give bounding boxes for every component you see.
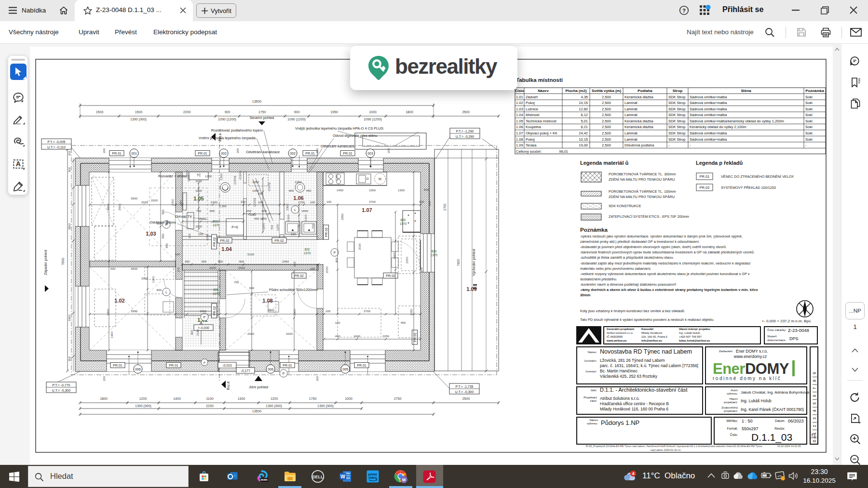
svg-text:2,500: 2,500 bbox=[602, 107, 611, 111]
svg-text:500: 500 bbox=[68, 167, 71, 172]
svg-text:POROBETONOVÁ TVÁRNICE TL. 100m: POROBETONOVÁ TVÁRNICE TL. 100mm bbox=[609, 189, 676, 194]
svg-text:2020: 2020 bbox=[286, 332, 293, 335]
svg-text:Celkový součet:: Celkový součet: bbox=[516, 149, 542, 154]
svg-text:2,500: 2,500 bbox=[602, 125, 611, 129]
svg-text:200: 200 bbox=[103, 376, 106, 381]
svg-text:PR.01: PR.01 bbox=[305, 152, 315, 155]
svg-text:Název:: Název: bbox=[588, 350, 597, 354]
svg-text:300: 300 bbox=[419, 200, 424, 203]
svg-text:900: 900 bbox=[225, 110, 231, 114]
svg-text:SDK Strop: SDK Strop bbox=[668, 95, 685, 99]
svg-text:002: 002 bbox=[290, 152, 296, 155]
svg-text:Sokl: Sokl bbox=[805, 119, 813, 123]
svg-text:06/2023: 06/2023 bbox=[788, 419, 804, 423]
svg-text:1000: 1000 bbox=[369, 110, 377, 114]
svg-text:800: 800 bbox=[210, 209, 215, 212]
svg-text:Ohřívač TV: Ohřívač TV bbox=[175, 215, 192, 218]
svg-text:500: 500 bbox=[424, 188, 429, 191]
svg-text:Poznámka: Poznámka bbox=[580, 227, 608, 233]
svg-text:P.T.= -1,290: P.T.= -1,290 bbox=[456, 130, 474, 133]
svg-text:2200: 2200 bbox=[335, 174, 338, 181]
svg-text:2290: 2290 bbox=[206, 404, 214, 408]
svg-text:1000: 1000 bbox=[369, 188, 376, 192]
svg-text:2020: 2020 bbox=[238, 266, 245, 269]
svg-text:ZDĚNÍ NA MALTU PRO TENKOU SPÁR: ZDĚNÍ NA MALTU PRO TENKOU SPÁRU bbox=[609, 177, 675, 182]
svg-text:IČ 06303555: IČ 06303555 bbox=[607, 335, 623, 338]
svg-text:Vnitřní jednotka tepelného čer: Vnitřní jednotka tepelného čerpadla bbox=[199, 136, 256, 140]
svg-text:2500: 2500 bbox=[462, 397, 470, 400]
svg-text:dokumentace:: dokumentace: bbox=[767, 338, 786, 342]
svg-text:1300: 1300 bbox=[398, 188, 405, 192]
svg-text:A: A bbox=[16, 160, 21, 168]
svg-text:1750: 1750 bbox=[309, 397, 317, 400]
svg-text:PR.02: PR.02 bbox=[386, 274, 395, 277]
svg-text:L: L bbox=[165, 290, 167, 294]
svg-text:Jižní pohled: Jižní pohled bbox=[249, 385, 268, 389]
svg-text:P: P bbox=[334, 251, 336, 254]
svg-text:Severní pohled: Severní pohled bbox=[250, 116, 274, 120]
svg-text:Koupelna: Koupelna bbox=[526, 125, 542, 129]
svg-text:Kancelář:: Kancelář: bbox=[641, 328, 654, 330]
svg-text:3150: 3150 bbox=[409, 309, 413, 316]
svg-text:paré:: paré: bbox=[814, 434, 816, 439]
svg-text:P.T.= -0,770: P.T.= -0,770 bbox=[52, 383, 70, 387]
svg-text:1970: 1970 bbox=[213, 224, 220, 227]
svg-text:*: * bbox=[414, 211, 416, 216]
svg-text:700: 700 bbox=[270, 224, 273, 230]
svg-text:2,300: 2,300 bbox=[219, 204, 227, 208]
svg-text:Číslo:: Číslo: bbox=[730, 433, 738, 436]
svg-text:Pokoj: Pokoj bbox=[526, 137, 535, 142]
svg-text:2900: 2900 bbox=[106, 309, 109, 316]
svg-text:006: 006 bbox=[268, 368, 273, 371]
svg-text:1200: 1200 bbox=[205, 234, 209, 240]
svg-text:2,500: 2,500 bbox=[602, 137, 611, 142]
svg-text:2100: 2100 bbox=[286, 214, 290, 221]
svg-text:003: 003 bbox=[367, 152, 373, 155]
svg-text:projektant:: projektant: bbox=[724, 400, 738, 404]
svg-text:2020: 2020 bbox=[151, 198, 158, 202]
svg-text:Půdorys 1.NP: Půdorys 1.NP bbox=[601, 419, 639, 426]
svg-text:550: 550 bbox=[161, 233, 164, 238]
svg-text:1.09: 1.09 bbox=[466, 286, 476, 292]
svg-text:PR.02: PR.02 bbox=[213, 237, 216, 247]
svg-text:Autor: Autor bbox=[731, 388, 738, 392]
svg-text:600: 600 bbox=[249, 286, 255, 290]
svg-text:250: 250 bbox=[258, 192, 263, 195]
svg-text:1.08: 1.08 bbox=[516, 137, 523, 142]
svg-text:TČ: TČ bbox=[197, 173, 201, 177]
svg-text:výkresu:: výkresu: bbox=[727, 392, 738, 395]
svg-text:450: 450 bbox=[306, 189, 312, 192]
svg-text:PR.01: PR.01 bbox=[700, 174, 710, 179]
svg-text:Lžovická, 281 26 Týned nad Lab: Lžovická, 281 26 Týned nad Labem bbox=[600, 358, 665, 363]
svg-text:PR.02: PR.02 bbox=[220, 239, 230, 242]
svg-text:900: 900 bbox=[202, 260, 207, 263]
svg-text:POROBETONOVÁ TVÁRNICE TL. 300m: POROBETONOVÁ TVÁRNICE TL. 300mm bbox=[609, 172, 676, 176]
svg-text:(2100): (2100) bbox=[253, 198, 256, 207]
svg-text:L: L bbox=[294, 208, 296, 211]
svg-text:1.05: 1.05 bbox=[516, 119, 523, 123]
svg-text:12,60: 12,60 bbox=[579, 107, 588, 111]
svg-text:Řez A': Řez A' bbox=[226, 381, 230, 390]
svg-text:250: 250 bbox=[246, 209, 252, 212]
svg-text:2020: 2020 bbox=[209, 266, 216, 269]
svg-text:2020: 2020 bbox=[358, 243, 361, 250]
svg-text:100: 100 bbox=[291, 232, 296, 236]
svg-text:Stupeň: Stupeň bbox=[767, 334, 777, 338]
svg-text:1350: 1350 bbox=[205, 174, 212, 178]
svg-text:100: 100 bbox=[335, 321, 340, 324]
svg-text:116, 160 00, Praha 6: 116, 160 00, Praha 6 bbox=[641, 335, 667, 338]
svg-text:EnerDOMY: EnerDOMY bbox=[713, 360, 789, 377]
svg-text:PR.01: PR.01 bbox=[113, 364, 122, 367]
svg-text:1400: 1400 bbox=[173, 397, 181, 400]
svg-text:1.07: 1.07 bbox=[362, 207, 372, 213]
svg-text:1800: 1800 bbox=[100, 397, 108, 400]
svg-text:PR.01: PR.01 bbox=[198, 152, 207, 155]
svg-text:1.03: 1.03 bbox=[516, 107, 523, 111]
svg-text:200: 200 bbox=[387, 148, 390, 153]
svg-text:Hradčanská office centre - Rec: Hradčanská office centre - Recepce B bbox=[600, 401, 669, 406]
svg-text:info@atribut.eu: info@atribut.eu bbox=[641, 339, 662, 342]
svg-text:Novostavba RD Týnec nad Labem: Novostavba RD Týnec nad Labem bbox=[600, 348, 692, 355]
svg-text:Umístění:: Umístění: bbox=[584, 359, 597, 362]
svg-text:1970: 1970 bbox=[213, 292, 220, 295]
svg-text:Dřevěnná podlaha: Dřevěnná podlaha bbox=[624, 143, 654, 147]
